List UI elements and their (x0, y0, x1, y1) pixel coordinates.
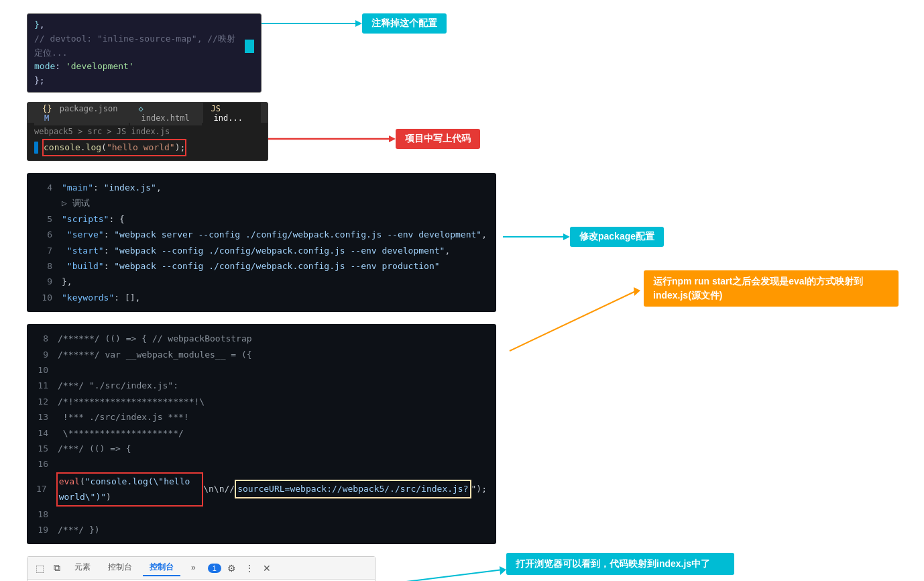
code-line-highlighted: // devtool: "inline-source-map", //映射定位.… (34, 32, 254, 60)
json-code: 4"main": "index.js", ▷ 调试 5"scripts": { … (27, 173, 496, 312)
device-icon[interactable]: ⧉ (50, 562, 64, 575)
annotation-s1: 注释掉这个配置 (362, 13, 447, 34)
tab-index-html[interactable]: ◇ index.html (130, 102, 201, 125)
vscode-content: webpack5 > src > JS index.js console.log… (27, 123, 268, 160)
tab-index-js[interactable]: JS ind... (203, 102, 261, 125)
code-line: }, (34, 18, 254, 32)
section4: 8/******/ (() => { // webpackBootstrap 9… (27, 324, 897, 544)
json-line: 10"keywords": [], (36, 290, 487, 305)
section5: ⬚ ⧉ 元素 控制台 控制台 » 1 ⚙ ⋮ ✕ ▶ ⊘ (27, 556, 897, 581)
tab-console-active[interactable]: 控制台 (143, 560, 180, 576)
bundle-code: 8/******/ (() => { // webpackBootstrap 9… (27, 324, 496, 544)
json-line: 4"main": "index.js", (36, 180, 487, 195)
annotation-s3: 修改package配置 (570, 227, 664, 247)
bundle-line: 18 (36, 507, 487, 522)
inspect-icon[interactable]: ⬚ (33, 562, 46, 575)
arrow-s2 (268, 129, 416, 149)
settings-icon[interactable]: ⚙ (225, 562, 239, 575)
bundle-line: 15/***/ (() => { (36, 441, 487, 456)
breadcrumb: webpack5 > src > JS index.js (34, 127, 261, 136)
code-line: mode: 'development' (34, 60, 254, 74)
code-line: }; (34, 74, 254, 88)
json-line: 7 "start": "webpack --config ./config/we… (36, 243, 487, 258)
more-icon[interactable]: ⋮ (243, 562, 256, 575)
bundle-line: 9/******/ var __webpack_modules__ = ({ (36, 347, 487, 362)
vscode-window: {} package.json M ◇ index.html JS ind...… (27, 102, 268, 161)
devtools-panel: ⬚ ⧉ 元素 控制台 控制台 » 1 ⚙ ⋮ ✕ ▶ ⊘ (27, 556, 376, 581)
bundle-line: 10 (36, 362, 487, 378)
tab-more[interactable]: » (184, 561, 203, 576)
close-icon[interactable]: ✕ (260, 562, 274, 575)
code-text: console.log("hello world"); (42, 139, 186, 156)
annotation-s4: 运行npm run start之后会发现是eval的方式映射到index.js(… (644, 270, 899, 307)
svg-marker-5 (563, 233, 570, 240)
bundle-line: 12/*!***********************!\ (36, 394, 487, 409)
tab-elements[interactable]: 元素 (68, 560, 97, 576)
json-line: ▷ 调试 (36, 195, 487, 211)
bundle-line: 14 \*********************/ (36, 425, 487, 441)
json-line: 9}, (36, 274, 487, 289)
svg-marker-3 (389, 136, 396, 142)
bundle-line-eval: 17 eval("console.log(\"hello world\")") … (36, 472, 487, 507)
svg-marker-9 (500, 566, 506, 575)
bundle-line: 13 !*** ./src/index.js ***! (36, 409, 487, 425)
annotation-s2: 项目中写上代码 (396, 129, 480, 149)
annotation-s5: 打开浏览器可以看到，代码映射到index.js中了 (506, 553, 734, 575)
json-line: 5"scripts": { (36, 211, 487, 227)
svg-marker-7 (634, 287, 640, 296)
tab-package-json[interactable]: {} package.json M (34, 102, 129, 125)
section1: }, // devtool: "inline-source-map", //映射… (27, 13, 897, 93)
section2: {} package.json M ◇ index.html JS ind...… (27, 102, 897, 161)
svg-line-6 (510, 290, 637, 351)
vscode-tabs: {} package.json M ◇ index.html JS ind... (27, 103, 268, 123)
svg-marker-1 (355, 20, 362, 27)
badge-count: 1 (208, 564, 221, 573)
devtools-toolbar1: ⬚ ⧉ 元素 控制台 控制台 » 1 ⚙ ⋮ ✕ (27, 557, 375, 580)
bundle-line: 11/***/ "./src/index.js": (36, 378, 487, 393)
code-line-hello: console.log("hello world"); (34, 139, 261, 156)
bundle-line: 16 (36, 456, 487, 472)
section1-code: }, // devtool: "inline-source-map", //映射… (27, 13, 262, 93)
page-container: }, // devtool: "inline-source-map", //映射… (0, 0, 924, 581)
bundle-line: 19/***/ }) (36, 522, 487, 537)
json-line: 6 "serve": "webpack server --config ./co… (36, 227, 487, 242)
bundle-line: 8/******/ (() => { // webpackBootstrap (36, 331, 487, 346)
json-line: 8 "build": "webpack --config ./config/we… (36, 258, 487, 274)
tab-console[interactable]: 控制台 (101, 560, 139, 576)
svg-line-8 (396, 570, 503, 581)
